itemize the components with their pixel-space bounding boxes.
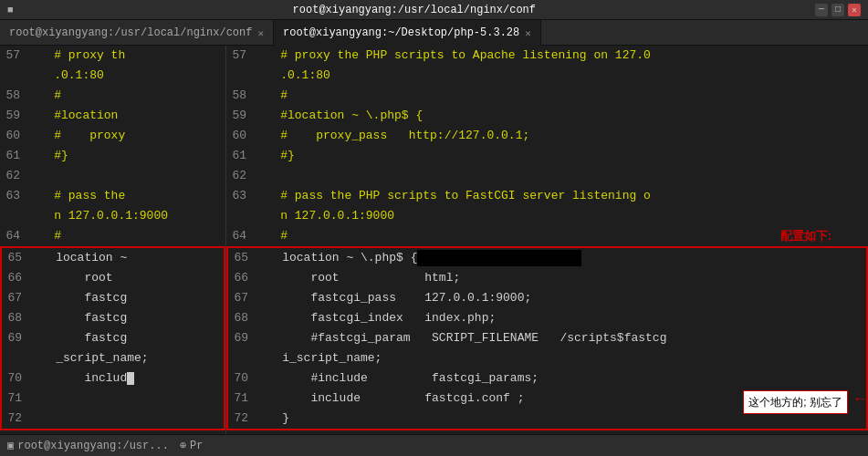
tab-close-nginx[interactable]: ✕ [257,27,264,39]
annotation-arrow: ← [855,389,864,409]
code-line: 60 # proxy [0,126,225,146]
code-line: 57 # proxy th [0,46,225,66]
code-line: 62 [226,166,868,186]
code-line: 62 [0,166,225,186]
status-bar: ▣ root@xiyangyang:/usr... ⊕ Pr [0,434,868,456]
title-bar-title: root@xiyangyang:/usr/local/nginx/conf [14,4,815,16]
title-bar: ■ root@xiyangyang:/usr/local/nginx/conf … [0,0,868,20]
minimize-button[interactable]: ─ [815,4,828,16]
code-line: 64 # 配置如下: [226,226,868,246]
code-line: n 127.0.0.1:9000 [226,206,868,226]
code-line-70: 70 includ [2,368,224,389]
code-line-69b: _script_name; [2,348,224,368]
code-line: 59 #location ~ \.php$ { [226,106,868,126]
maximize-button[interactable]: □ [831,4,844,16]
close-button[interactable]: ✕ [848,4,861,16]
terminal-label: root@xiyangyang:/usr... [17,440,169,452]
code-line: 58 # [0,86,225,106]
code-line-69: 69 fastcg [2,328,224,348]
code-line-67: 67 fastcg [2,288,224,308]
highlight-box-right: 65 location ~ \.php$ { 66 root html; 67 … [226,246,868,430]
code-line-71-right: 71 include fastcgi.conf ; ← 这个地方的; 别忘了 [228,389,866,409]
tab-label-php: root@xiyangyang:~/Desktop/php-5.3.28 [283,26,519,39]
terminal-icon: ▣ [7,439,14,452]
code-line-71: 71 [2,389,224,409]
code-line-69-right: 69 #fastcgi_param SCRIPT_FILENAME /scrip… [228,328,866,348]
code-line-65: 65 location ~ [2,248,224,268]
left-code-area: 57 # proxy th .0.1:80 58 # 59 #location … [0,46,225,430]
code-line: .0.1:80 [0,66,225,86]
code-line: 60 # proxy_pass http://127.0.0.1; [226,126,868,146]
tab-label-nginx: root@xiyangyang:/usr/local/nginx/conf [9,26,252,39]
code-line: 64 # [0,226,225,246]
code-line-69b-right: i_script_name; [228,348,866,368]
left-pane: 57 # proxy th .0.1:80 58 # 59 #location … [0,46,226,434]
annotation-label-2: 这个地方的; 别忘了 [743,390,848,414]
code-line: 61 #} [226,146,868,166]
code-line: 57 # proxy the PHP scripts to Apache lis… [226,46,868,66]
code-line-66: 66 root [2,268,224,288]
annotation-label-1: 配置如下: [780,226,831,246]
code-line-68-right: 68 fastcgi_index index.php; [228,308,866,328]
code-line-66-right: 66 root html; [228,268,866,288]
code-line: 63 # pass the PHP scripts to FastCGI ser… [226,186,868,206]
right-code-area: 57 # proxy the PHP scripts to Apache lis… [226,46,868,430]
tab-bar: root@xiyangyang:/usr/local/nginx/conf ✕ … [0,20,868,46]
code-line: 63 # pass the [0,186,225,206]
browser-icon: ⊕ [180,439,186,452]
window-controls: ─ □ ✕ [815,4,861,16]
code-line: .0.1:80 [226,66,868,86]
status-item-browser[interactable]: ⊕ Pr [180,439,204,452]
code-line-67-right: 67 fastcgi_pass 127.0.0.1:9000; [228,288,866,308]
tab-close-php[interactable]: ✕ [525,27,531,39]
title-bar-icon: ■ [7,5,14,16]
browser-label: Pr [190,440,203,452]
tab-nginx-conf[interactable]: root@xiyangyang:/usr/local/nginx/conf ✕ [0,20,274,46]
code-line-68: 68 fastcg [2,308,224,328]
code-line-65-right: 65 location ~ \.php$ { [228,248,866,268]
code-line-70-right: 70 #include fastcgi_params; [228,368,866,389]
code-line: 58 # [226,86,868,106]
status-item-terminal[interactable]: ▣ root@xiyangyang:/usr... [7,439,169,452]
main-content: 57 # proxy th .0.1:80 58 # 59 #location … [0,46,868,434]
code-line: 61 #} [0,146,225,166]
tab-php[interactable]: root@xiyangyang:~/Desktop/php-5.3.28 ✕ [274,20,541,46]
code-line-72: 72 [2,409,224,429]
code-line: 59 #location [0,106,225,126]
code-line: n 127.0.0.1:9000 [0,206,225,226]
right-pane: 57 # proxy the PHP scripts to Apache lis… [226,46,868,434]
